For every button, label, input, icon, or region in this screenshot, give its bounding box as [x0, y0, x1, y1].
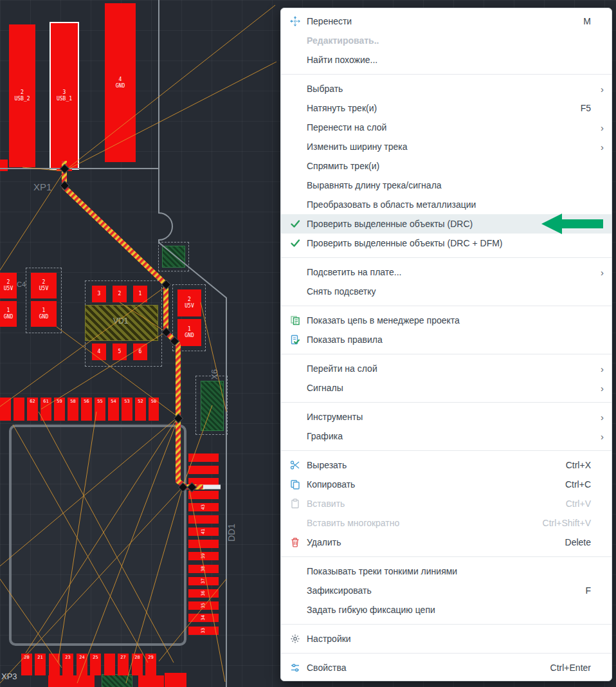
menu-item-paste-multiple: Вставить многократноCtrl+Shift+V [281, 513, 611, 533]
menu-item-lock[interactable]: ЗафиксироватьF [281, 581, 611, 600]
application-window: 2 USB_23 USB_14 GND2 U5V1 GND2 U5V1 GND3… [0, 0, 616, 687]
menu-item-move[interactable]: ПеренестиM [281, 12, 611, 31]
submenu-chevron-icon: › [595, 412, 604, 422]
menu-item-icon-placeholder [289, 84, 302, 95]
menu-item-straighten-tracks[interactable]: Спрямить трек(и) [281, 156, 611, 176]
check-icon [289, 238, 302, 249]
menu-item-label: Графика [307, 431, 591, 441]
context-menu[interactable]: ПеренестиMРедактировать..Найти похожие..… [280, 8, 612, 681]
menu-item-check-selected-drc[interactable]: Проверить выделенные объекты (DRC) [281, 214, 611, 234]
menu-item-find-similar[interactable]: Найти похожие... [281, 50, 611, 69]
menu-separator [281, 354, 611, 354]
menu-item-paste: ВставитьCtrl+V [281, 494, 611, 513]
menu-item-icon-placeholder [289, 35, 302, 46]
menu-item-show-tracks-thin[interactable]: Показывать треки тонкими линиями [281, 562, 611, 581]
menu-item-icon-placeholder [289, 605, 302, 616]
menu-item-select[interactable]: Выбрать› [281, 79, 611, 98]
menu-item-shortcut: Ctrl+X [566, 460, 591, 470]
menu-item-graphics[interactable]: Графика› [281, 426, 611, 446]
menu-item-label: Подсветить на плате... [307, 267, 591, 277]
menu-item-change-track-width[interactable]: Изменить ширину трека› [281, 137, 611, 156]
menu-item-icon-placeholder [289, 55, 302, 66]
submenu-chevron-icon: › [595, 123, 604, 133]
menu-item-flexible-net-fix[interactable]: Задать гибкую фиксацию цепи [281, 600, 611, 619]
track-vertex-handle[interactable] [187, 482, 197, 493]
menu-item-icon-placeholder [289, 161, 302, 172]
menu-separator [281, 402, 611, 403]
menu-item-move-to-layer[interactable]: Перенести на слой› [281, 118, 611, 137]
menu-item-show-net-in-manager[interactable]: Показать цепь в менеджере проекта [281, 311, 611, 330]
menu-item-label: Показать правила [307, 334, 591, 345]
menu-item-label: Показывать треки тонкими линиями [307, 566, 591, 576]
properties-icon [289, 663, 302, 673]
menu-item-label: Изменить ширину трека [307, 142, 591, 152]
menu-item-shortcut: M [583, 16, 591, 26]
check-icon [289, 219, 302, 230]
menu-item-label: Проверить выделенные объекты (DRC) [307, 219, 591, 229]
cut-icon [289, 460, 302, 471]
menu-item-icon-placeholder [289, 518, 302, 529]
menu-item-label: Вставить [307, 499, 554, 509]
menu-item-label: Зафиксировать [307, 585, 574, 596]
menu-item-shortcut: Ctrl+C [565, 479, 591, 490]
menu-item-label: Выбрать [307, 84, 591, 94]
menu-item-icon-placeholder [289, 103, 302, 114]
track-vertex-handle[interactable] [60, 164, 70, 174]
menu-item-label: Копировать [307, 479, 554, 490]
delete-icon [289, 537, 302, 548]
menu-item-delete[interactable]: УдалитьDelete [281, 533, 611, 552]
menu-item-label: Снять подсветку [307, 286, 591, 297]
menu-item-label: Вставить многократно [307, 518, 531, 528]
submenu-chevron-icon: › [595, 142, 604, 152]
menu-item-go-to-layer[interactable]: Перейти на слой› [281, 359, 611, 378]
menu-item-label: Показать цепь в менеджере проекта [307, 315, 591, 325]
track-vertex-handle[interactable] [60, 181, 70, 191]
menu-separator [281, 306, 611, 306]
menu-item-icon-placeholder [289, 286, 302, 297]
menu-item-highlight-on-board[interactable]: Подсветить на плате...› [281, 262, 611, 282]
move-icon [289, 16, 302, 27]
menu-item-label: Преобразовать в область металлизации [307, 199, 591, 210]
submenu-chevron-icon: › [595, 383, 604, 393]
menu-item-label: Редактировать.. [307, 35, 591, 46]
menu-item-cut[interactable]: ВырезатьCtrl+X [281, 455, 611, 475]
menu-item-check-selected-drc-dfm[interactable]: Проверить выделенные объекты (DRC + DFM) [281, 234, 611, 253]
menu-item-label: Вырезать [307, 460, 554, 470]
menu-item-icon-placeholder [289, 585, 302, 596]
menu-item-tighten-tracks[interactable]: Натянуть трек(и)F5 [281, 98, 611, 118]
submenu-chevron-icon: › [595, 84, 604, 94]
menu-item-icon-placeholder [289, 180, 302, 191]
menu-item-edit: Редактировать.. [281, 31, 611, 50]
menu-item-settings[interactable]: Настройки [281, 629, 611, 648]
settings-icon [289, 634, 302, 645]
menu-item-remove-highlight[interactable]: Снять подсветку [281, 282, 611, 301]
menu-item-icon-placeholder [289, 142, 302, 152]
menu-item-copy[interactable]: КопироватьCtrl+C [281, 475, 611, 494]
submenu-chevron-icon: › [595, 268, 604, 277]
menu-item-label: Перенести [307, 16, 572, 26]
menu-item-label: Перейти на слой [307, 363, 591, 374]
submenu-chevron-icon: › [595, 432, 604, 441]
menu-item-label: Настройки [307, 634, 591, 644]
track-vertex-handle[interactable] [161, 280, 172, 290]
menu-item-properties[interactable]: СвойстваCtrl+Enter [281, 658, 611, 677]
menu-item-shortcut: F5 [581, 103, 591, 113]
track-vertex-handle[interactable] [161, 327, 172, 338]
menu-item-signals[interactable]: Сигналы› [281, 378, 611, 398]
menu-item-icon-placeholder [289, 199, 302, 210]
menu-item-align-track-length[interactable]: Выравнять длину трека/сигнала [281, 176, 611, 195]
menu-item-label: Натянуть трек(и) [307, 103, 569, 113]
menu-item-convert-to-copper-area[interactable]: Преобразовать в область металлизации [281, 195, 611, 214]
menu-item-label: Свойства [307, 663, 539, 673]
track-vertex-handle[interactable] [170, 336, 180, 347]
menu-item-shortcut: Ctrl+Enter [550, 663, 591, 673]
track-vertex-handle[interactable] [174, 414, 184, 424]
menu-item-shortcut: Delete [565, 537, 591, 547]
menu-item-icon-placeholder [289, 431, 302, 442]
menu-item-tools[interactable]: Инструменты› [281, 407, 611, 426]
menu-item-label: Проверить выделенные объекты (DRC + DFM) [307, 238, 591, 248]
menu-item-show-rules[interactable]: Показать правила [281, 330, 611, 349]
menu-separator [281, 450, 611, 451]
menu-item-label: Перенести на слой [307, 122, 591, 133]
menu-item-icon-placeholder [289, 383, 302, 394]
